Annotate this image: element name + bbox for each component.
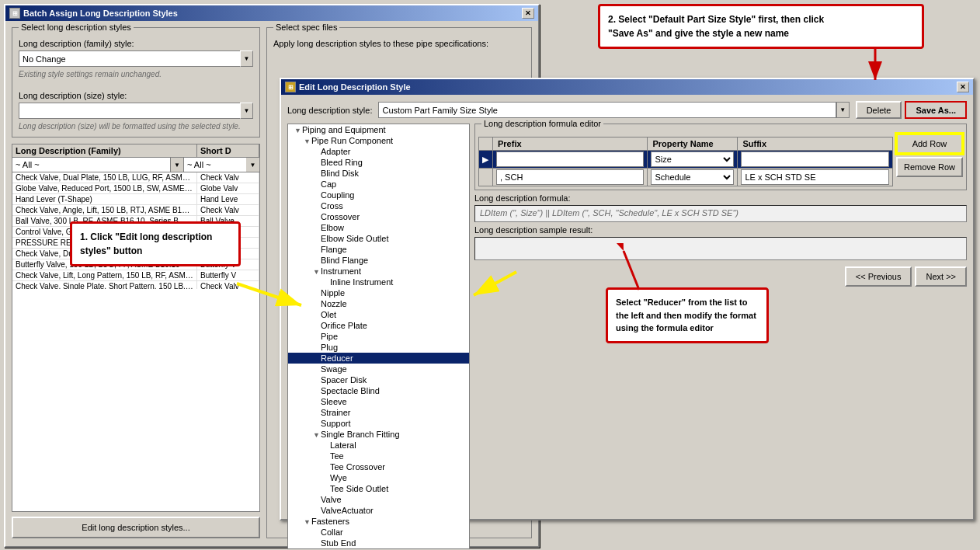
tree-item[interactable]: Bleed Ring bbox=[288, 157, 469, 168]
tree-item[interactable]: Orifice Plate bbox=[288, 320, 469, 331]
style-dropdown-btn[interactable]: ▼ bbox=[836, 102, 850, 118]
long-desc-cell: Check Valve, Lift, Long Pattern, 150 LB,… bbox=[12, 270, 197, 280]
tree-item[interactable]: Valve bbox=[288, 494, 469, 505]
table-row[interactable]: Hand Lever (T-Shape)Hand Leve bbox=[12, 194, 259, 205]
size-style-dropdown[interactable] bbox=[19, 103, 240, 119]
edit-styles-button[interactable]: Edit long description styles... bbox=[12, 517, 260, 538]
tree-item[interactable]: Lateral bbox=[288, 440, 469, 451]
tree-item[interactable]: Crossover bbox=[288, 211, 469, 222]
previous-button[interactable]: << Previous bbox=[845, 266, 912, 287]
family-style-dropdown-btn[interactable]: ▼ bbox=[240, 50, 253, 67]
style-dropdown-input[interactable] bbox=[378, 102, 836, 118]
suffix-input[interactable] bbox=[741, 169, 889, 185]
tree-item[interactable]: Coupling bbox=[288, 190, 469, 200]
edit-close-button[interactable]: ✕ bbox=[957, 82, 969, 92]
tree-item-label: Elbow bbox=[321, 223, 344, 232]
save-as-button[interactable]: Save As... bbox=[905, 101, 967, 119]
tree-item[interactable]: ▼Piping and Equipment bbox=[288, 124, 469, 135]
tree-item-label: Collar bbox=[321, 527, 343, 537]
delete-button[interactable]: Delete bbox=[856, 101, 902, 119]
tree-item[interactable]: Cross bbox=[288, 200, 469, 211]
family-style-label: Long description (family) style: bbox=[19, 39, 253, 48]
tree-item[interactable]: Elbow bbox=[288, 222, 469, 233]
tree-item[interactable]: ValveActuator bbox=[288, 505, 469, 516]
tree-item-label: Inline Instrument bbox=[330, 277, 393, 287]
tree-item[interactable]: ▼Single Branch Fitting bbox=[288, 429, 469, 440]
tree-item[interactable]: Spacer Disk bbox=[288, 374, 469, 385]
property-cell[interactable]: Size bbox=[648, 151, 738, 169]
suffix-cell[interactable] bbox=[738, 169, 893, 186]
property-select[interactable]: Size bbox=[651, 151, 734, 167]
tree-item[interactable]: Spectacle Blind bbox=[288, 385, 469, 396]
tree-item[interactable]: Pipe bbox=[288, 331, 469, 342]
tree-item-label: Tee bbox=[330, 451, 344, 461]
tree-item[interactable]: Reducer bbox=[288, 353, 469, 364]
prefix-input[interactable] bbox=[496, 169, 644, 185]
tree-item[interactable]: ▼Instrument bbox=[288, 266, 469, 277]
tree-item[interactable]: Blind Disk bbox=[288, 168, 469, 179]
tree-item-label: Piping and Equipment bbox=[302, 125, 386, 134]
tree-item[interactable]: Elbow Side Outlet bbox=[288, 233, 469, 244]
col-arrow bbox=[479, 138, 493, 151]
next-button[interactable]: Next >> bbox=[915, 266, 967, 287]
tree-item[interactable]: Strainer bbox=[288, 407, 469, 418]
remove-row-button[interactable]: Remove Row bbox=[896, 157, 963, 177]
tree-item[interactable]: Stub End bbox=[288, 538, 469, 548]
tree-item[interactable]: Plug bbox=[288, 342, 469, 353]
tree-item[interactable]: Blind Flange bbox=[288, 255, 469, 266]
tree-item-label: Blind Disk bbox=[321, 169, 359, 178]
tree-item[interactable]: ▼Fasteners bbox=[288, 516, 469, 527]
table-row[interactable]: Check Valve, Lift, Long Pattern, 150 LB,… bbox=[12, 270, 259, 281]
short-filter-btn[interactable]: ▼ bbox=[246, 158, 259, 172]
tree-item[interactable]: Sleeve bbox=[288, 396, 469, 407]
tree-item[interactable]: Flange bbox=[288, 244, 469, 255]
tree-expand-icon: ▼ bbox=[304, 138, 311, 145]
table-row[interactable]: Check Valve, Angle, Lift, 150 LB, RTJ, A… bbox=[12, 205, 259, 216]
tree-item[interactable]: Support bbox=[288, 418, 469, 429]
tree-item[interactable]: Cap bbox=[288, 179, 469, 190]
prefix-cell[interactable] bbox=[493, 169, 648, 186]
tree-item[interactable]: Nipple bbox=[288, 287, 469, 298]
table-row[interactable]: Check Valve, Single Plate, Short Pattern… bbox=[12, 281, 259, 289]
formula-table-row[interactable]: Schedule bbox=[479, 169, 893, 186]
prefix-cell[interactable] bbox=[493, 151, 648, 169]
short-desc-col-header: Short D bbox=[197, 144, 259, 157]
size-style-dropdown-btn[interactable]: ▼ bbox=[240, 103, 253, 119]
prefix-input[interactable] bbox=[496, 151, 644, 167]
tree-panel[interactable]: ▼Piping and Equipment▼Pipe Run Component… bbox=[287, 124, 470, 549]
suffix-input[interactable] bbox=[741, 151, 889, 167]
table-row[interactable]: Check Valve, Dual Plate, 150 LB, LUG, RF… bbox=[12, 172, 259, 183]
tree-item[interactable]: Tee bbox=[288, 451, 469, 461]
main-close-button[interactable]: ✕ bbox=[522, 8, 534, 19]
tree-item[interactable]: Olet bbox=[288, 309, 469, 320]
suffix-cell[interactable] bbox=[738, 151, 893, 169]
tree-item-label: Tee Side Outlet bbox=[330, 484, 388, 493]
short-filter-input[interactable]: ~ All ~ bbox=[184, 158, 246, 172]
tree-item-label: Strainer bbox=[321, 408, 351, 417]
long-filter-input[interactable]: ~ All ~ bbox=[12, 158, 171, 172]
tree-item[interactable]: Adapter bbox=[288, 146, 469, 157]
tree-item-label: ValveActuator bbox=[321, 506, 374, 515]
spec-files-label: Apply long description styles to these p… bbox=[273, 39, 525, 48]
table-row[interactable]: Globe Valve, Reduced Port, 1500 LB, SW, … bbox=[12, 183, 259, 194]
tree-item[interactable]: Swage bbox=[288, 364, 469, 374]
tree-item[interactable]: Collar bbox=[288, 527, 469, 538]
tree-item[interactable]: Wye bbox=[288, 472, 469, 483]
col-property: Property Name bbox=[648, 138, 738, 151]
tree-item-label: Coupling bbox=[321, 190, 354, 200]
formula-value: LDItem (", Size") || LDItem (", SCH, "Sc… bbox=[474, 205, 967, 222]
add-row-button[interactable]: Add Row bbox=[896, 134, 963, 154]
formula-table-row[interactable]: ▶Size bbox=[479, 151, 893, 169]
property-select[interactable]: Schedule bbox=[651, 169, 734, 185]
tree-item-label: Olet bbox=[321, 310, 336, 319]
tree-item-label: Swage bbox=[321, 364, 347, 374]
tree-item-label: Cap bbox=[321, 179, 336, 189]
property-cell[interactable]: Schedule bbox=[648, 169, 738, 186]
family-style-dropdown[interactable] bbox=[19, 50, 240, 67]
tree-item[interactable]: ▼Pipe Run Component bbox=[288, 135, 469, 146]
tree-item[interactable]: Tee Crossover bbox=[288, 461, 469, 472]
tree-item[interactable]: Nozzle bbox=[288, 298, 469, 309]
tree-item[interactable]: Tee Side Outlet bbox=[288, 483, 469, 494]
long-filter-btn[interactable]: ▼ bbox=[171, 158, 184, 172]
tree-item[interactable]: Inline Instrument bbox=[288, 277, 469, 287]
